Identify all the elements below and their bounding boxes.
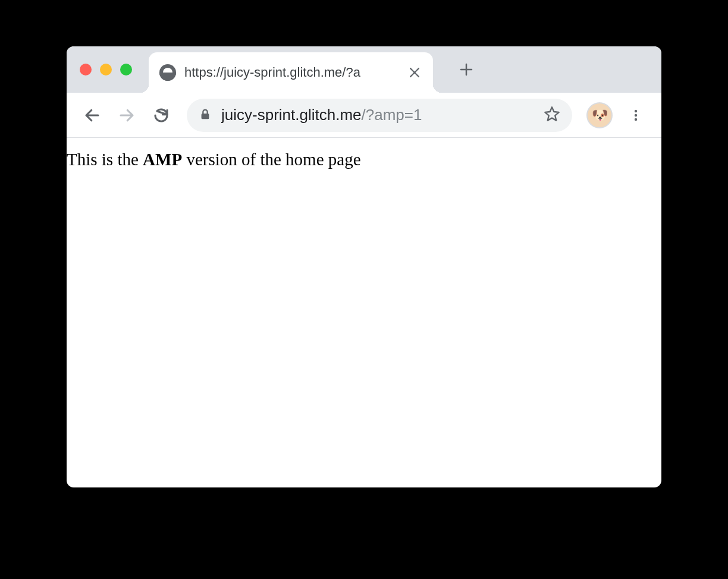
dots-vertical-icon (629, 108, 643, 122)
avatar-emoji: 🐶 (592, 108, 608, 123)
browser-window: https://juicy-sprint.glitch.me/?a (67, 46, 661, 487)
reload-button[interactable] (146, 100, 176, 130)
svg-point-3 (635, 118, 637, 120)
tab-close-button[interactable] (407, 65, 422, 80)
window-maximize-button[interactable] (120, 64, 132, 75)
content-suffix: version of the home page (182, 150, 360, 169)
bookmark-button[interactable] (544, 106, 560, 125)
url-host: juicy-sprint.glitch.me (221, 106, 362, 124)
tab-bar: https://juicy-sprint.glitch.me/?a (67, 46, 661, 93)
plus-icon (459, 62, 473, 77)
svg-point-1 (635, 109, 637, 112)
new-tab-button[interactable] (452, 55, 481, 84)
window-controls (80, 64, 132, 75)
browser-tab[interactable]: https://juicy-sprint.glitch.me/?a (149, 52, 433, 93)
window-close-button[interactable] (80, 64, 92, 75)
back-button[interactable] (77, 100, 107, 130)
svg-point-2 (635, 114, 637, 116)
reload-icon (152, 106, 170, 124)
content-prefix: This is the (67, 150, 143, 169)
browser-toolbar: juicy-sprint.glitch.me/?amp=1 🐶 (67, 93, 661, 138)
window-minimize-button[interactable] (100, 64, 112, 75)
arrow-left-icon (83, 106, 101, 124)
browser-menu-button[interactable] (621, 100, 651, 130)
svg-rect-0 (202, 114, 209, 119)
url-path: /?amp=1 (362, 106, 422, 124)
address-bar[interactable]: juicy-sprint.glitch.me/?amp=1 (187, 99, 572, 132)
lock-icon (199, 108, 212, 123)
arrow-right-icon (118, 106, 136, 124)
page-content: This is the AMP version of the home page (67, 138, 661, 169)
forward-button[interactable] (112, 100, 142, 130)
profile-avatar-button[interactable]: 🐶 (588, 103, 611, 127)
tab-title: https://juicy-sprint.glitch.me/?a (184, 65, 402, 80)
close-icon (409, 67, 420, 78)
globe-icon (159, 64, 176, 81)
url-text: juicy-sprint.glitch.me/?amp=1 (221, 106, 534, 124)
star-icon (544, 106, 560, 122)
content-bold: AMP (143, 150, 182, 169)
